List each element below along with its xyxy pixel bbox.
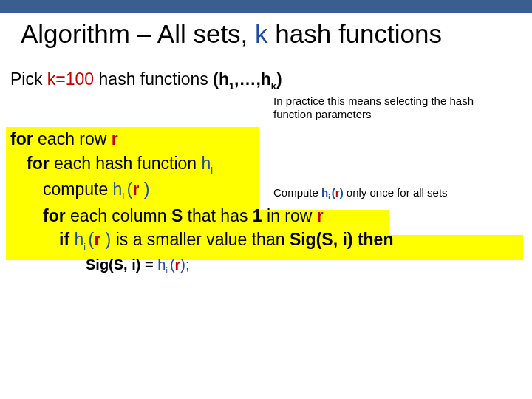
l6-open: (: [170, 256, 175, 273]
pick-h1-sub: 1: [229, 81, 234, 92]
l4-mid1: each column: [70, 206, 171, 225]
l1-r: r: [112, 129, 118, 149]
l5-close: ): [100, 230, 115, 249]
l5-if: if: [59, 230, 74, 249]
l2-mid: each hash function: [54, 154, 201, 173]
l5-then: then: [353, 230, 394, 249]
l5-r: r: [94, 230, 100, 249]
pick-pre: Pick: [10, 69, 47, 89]
note2-post: only once for all sets: [344, 186, 448, 199]
algorithm-block: for each row r for each hash function hi…: [10, 127, 522, 277]
pick-h-open: (h: [213, 69, 229, 89]
l3-close: ): [139, 180, 149, 199]
l5-mid: is a smaller value than: [116, 230, 290, 249]
slide: Algorithm – All sets, k hash functions P…: [0, 0, 532, 399]
note-hash-params: In practice this means selecting the has…: [273, 95, 510, 121]
algo-line-4: for each column S that has 1 in row r: [10, 204, 522, 228]
title-accent-bar: [0, 0, 532, 13]
slide-body: Pick k=100 hash functions (h1,…,hk): [10, 68, 522, 98]
l4-mid2: that has: [183, 206, 253, 225]
algo-line-5: if hi (r ) is a smaller value than Sig(S…: [10, 228, 522, 254]
l2-i: i: [211, 165, 213, 175]
title-pre: Algorithm – All sets,: [21, 19, 255, 48]
l5-h: h: [74, 230, 83, 249]
pick-h-close: ): [276, 69, 282, 89]
l4-one: 1: [253, 206, 262, 225]
pick-kval: k=100: [47, 69, 94, 89]
pick-mid: hash functions: [94, 69, 213, 89]
note2-h: h: [321, 186, 328, 199]
l2-h: h: [202, 154, 211, 173]
note2-pre: Compute: [273, 186, 321, 199]
slide-title: Algorithm – All sets, k hash functions: [21, 19, 517, 49]
l6-lhs: Sig(S, i) =: [86, 256, 157, 273]
l6-close: );: [180, 256, 189, 273]
l4-S: S: [171, 206, 183, 225]
algo-line-6: Sig(S, i) = hi (r);: [10, 254, 522, 277]
algo-line-2: for each hash function hi: [10, 151, 522, 178]
l6-h: h: [157, 256, 166, 273]
note-compute-once: Compute hi (r) only once for all sets: [273, 186, 510, 202]
pick-line: Pick k=100 hash functions (h1,…,hk): [10, 68, 522, 93]
l4-r: r: [317, 206, 324, 225]
pick-hk-sub: k: [271, 81, 276, 92]
l1-mid: each row: [38, 129, 112, 149]
algo-line-1: for each row r: [10, 127, 522, 151]
l4-for: for: [43, 206, 70, 225]
l3-h: h: [113, 180, 123, 199]
l3-pre: compute: [43, 180, 113, 199]
pick-h-mid: ,…,h: [234, 69, 271, 89]
l4-mid3: in row: [262, 206, 317, 225]
l5-sig: Sig(S, i): [290, 230, 353, 249]
title-post: hash functions: [268, 19, 442, 48]
title-k: k: [255, 19, 268, 48]
l2-for: for: [27, 154, 54, 173]
l1-for: for: [10, 129, 38, 149]
